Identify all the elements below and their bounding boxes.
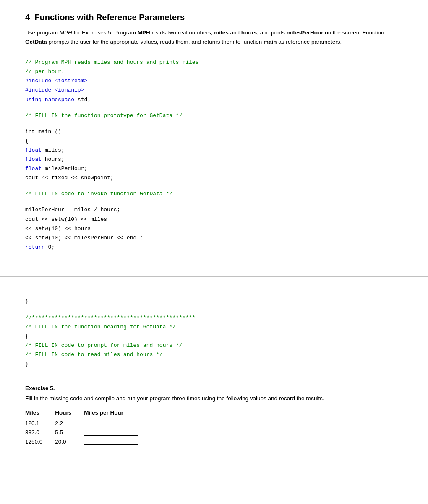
code-line-fill-2: /* FILL IN code to invoke function GetDa…	[25, 189, 403, 199]
code-line-brace-open: {	[25, 136, 403, 146]
code-top-block: // Program MPH reads miles and hours and…	[25, 55, 403, 255]
miles-3: 1250.0	[25, 437, 55, 446]
code-bottom-block: } //************************************…	[25, 290, 403, 373]
code-line-cout3: << setw(10) << hours	[25, 224, 403, 234]
page-bottom: } //************************************…	[0, 277, 428, 504]
code-line-float3: float milesPerHour;	[25, 164, 403, 173]
result-1	[84, 418, 151, 428]
miles-2: 332.0	[25, 428, 55, 437]
exercise-section: Exercise 5. Fill in the missing code and…	[25, 385, 403, 446]
hours-2: 5.5	[55, 428, 84, 437]
closing-brace: }	[25, 297, 403, 307]
code-line-3: #include <iostream>	[25, 76, 403, 86]
code-line-return: return 0;	[25, 243, 403, 252]
code-line-fill-3: /* FILL IN the function heading for GetD…	[25, 323, 403, 332]
code-line-calc: milesPerHour = miles / hours;	[25, 205, 403, 215]
code-line-5: using namespace std;	[25, 95, 403, 105]
code-line-4: #include <iomanip>	[25, 86, 403, 95]
result-line-1	[84, 420, 138, 426]
hours-1: 2.2	[55, 418, 84, 428]
page-top: 4 Functions with Reference Parameters Us…	[0, 0, 428, 277]
results-table: Miles Hours Miles per Hour 120.1 2.2 332…	[25, 410, 151, 446]
hours-3: 20.0	[55, 437, 84, 446]
miles-1: 120.1	[25, 418, 55, 428]
result-2	[84, 428, 151, 437]
code-line-fill-1: /* FILL IN the function prototype for Ge…	[25, 111, 403, 121]
code-line-cout2: cout << setw(10) << miles	[25, 215, 403, 224]
code-line-fill-4: /* FILL IN code to prompt for miles and …	[25, 341, 403, 350]
result-line-2	[84, 429, 138, 436]
code-line-float1: float miles;	[25, 146, 403, 155]
stars-line: //**************************************…	[25, 313, 403, 323]
code-line-fill-5: /* FILL IN code to read miles and hours …	[25, 350, 403, 360]
table-row: 332.0 5.5	[25, 428, 151, 437]
col-header-hours: Hours	[55, 410, 84, 418]
exercise-title: Exercise 5.	[25, 385, 403, 391]
exercise-description: Fill in the missing code and compile and…	[25, 394, 403, 403]
result-line-3	[84, 438, 138, 445]
col-header-miles: Miles	[25, 410, 55, 418]
table-row: 120.1 2.2	[25, 418, 151, 428]
result-3	[84, 437, 151, 446]
code-line-cout1: cout << fixed << showpoint;	[25, 173, 403, 183]
code-line-main: int main ()	[25, 127, 403, 136]
code-line-2: // per hour.	[25, 67, 403, 76]
code-line-float2: float hours;	[25, 155, 403, 164]
code-line-closing2: }	[25, 360, 403, 369]
table-row: 1250.0 20.0	[25, 437, 151, 446]
code-line-1: // Program MPH reads miles and hours and…	[25, 58, 403, 67]
code-line-cout4: << setw(10) << milesPerHour << endl;	[25, 234, 403, 243]
code-line-brace2: {	[25, 332, 403, 341]
section-title: 4 Functions with Reference Parameters	[25, 13, 403, 22]
col-header-mph: Miles per Hour	[84, 410, 151, 418]
intro-paragraph: Use program MPH for Exercises 5. Program…	[25, 28, 403, 46]
